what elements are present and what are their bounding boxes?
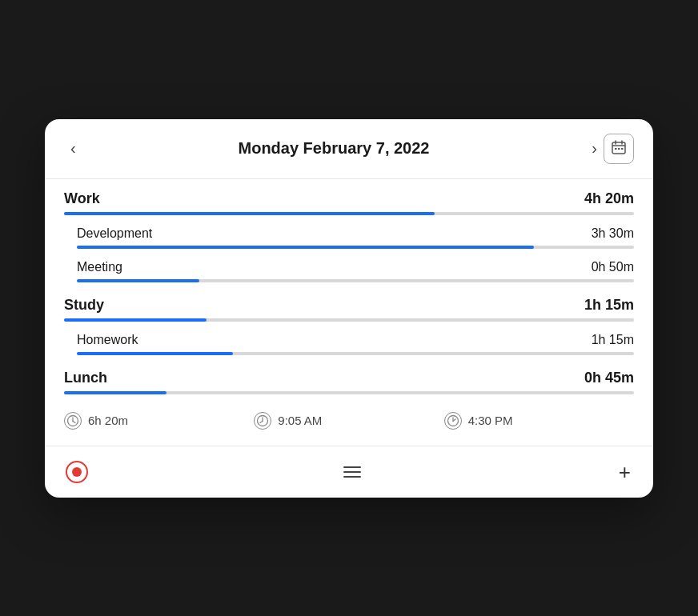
subitem-label-meeting: Meeting <box>77 260 122 274</box>
category-time-study: 1h 15m <box>584 297 634 314</box>
menu-line-1 <box>343 466 361 468</box>
subitem-label-development: Development <box>77 226 152 241</box>
subitem-time-homework: 1h 15m <box>592 333 634 347</box>
progress-bar-work <box>64 212 634 215</box>
category-row-study: Study 1h 15m <box>64 286 634 318</box>
subitem-row-meeting: Meeting 0h 50m <box>64 252 634 279</box>
progress-fill-study <box>64 318 207 322</box>
prev-button[interactable]: ‹ <box>64 136 82 161</box>
progress-fill-work <box>64 212 435 215</box>
subitem-row-development: Development 3h 30m <box>64 218 634 246</box>
progress-fill-development <box>77 246 534 249</box>
footer: + <box>45 446 653 498</box>
summary-end: 4:30 PM <box>444 412 634 430</box>
end-time-icon <box>444 412 462 430</box>
menu-lines <box>343 466 361 478</box>
category-label-lunch: Lunch <box>64 370 107 386</box>
menu-line-3 <box>343 476 361 478</box>
progress-bar-study <box>64 318 634 322</box>
category-time-work: 4h 20m <box>584 190 634 207</box>
record-button[interactable] <box>64 459 90 485</box>
progress-bar-homework <box>77 352 634 355</box>
summary-start: 9:05 AM <box>254 412 443 430</box>
progress-fill-homework <box>77 352 233 355</box>
progress-fill-meeting <box>77 279 199 282</box>
start-time-value: 9:05 AM <box>278 414 322 427</box>
content: Work 4h 20m Development 3h 30m Meeting 0… <box>45 179 653 446</box>
progress-fill-lunch <box>64 391 166 394</box>
progress-bar-lunch <box>64 391 634 394</box>
category-label-work: Work <box>64 190 100 207</box>
calendar-button[interactable] <box>604 134 634 164</box>
header: ‹ Monday February 7, 2022 › <box>45 119 653 179</box>
total-time-icon <box>64 412 82 430</box>
category-label-study: Study <box>64 297 104 314</box>
start-time-icon <box>254 412 271 430</box>
svg-rect-5 <box>618 148 620 150</box>
calendar-icon <box>611 139 627 155</box>
category-row-lunch: Lunch 0h 45m <box>64 358 634 391</box>
progress-bar-development <box>77 246 634 249</box>
record-dot <box>72 467 82 477</box>
subitem-label-homework: Homework <box>77 333 138 347</box>
menu-button[interactable] <box>340 463 364 481</box>
next-button[interactable]: › <box>585 136 604 161</box>
progress-bar-meeting <box>77 279 634 282</box>
category-time-lunch: 0h 45m <box>584 370 634 386</box>
svg-rect-6 <box>621 148 624 150</box>
subitem-row-homework: Homework 1h 15m <box>64 325 634 352</box>
header-title: Monday February 7, 2022 <box>82 139 586 158</box>
svg-line-12 <box>260 421 263 422</box>
end-time-value: 4:30 PM <box>468 414 513 427</box>
subitem-time-development: 3h 30m <box>592 226 634 241</box>
summary-row: 6h 20m 9:05 AM <box>64 398 634 446</box>
category-row-work: Work 4h 20m <box>64 179 634 212</box>
subitem-time-meeting: 0h 50m <box>592 260 634 274</box>
summary-total: 6h 20m <box>64 412 254 430</box>
total-time-value: 6h 20m <box>88 414 128 427</box>
main-widget: ‹ Monday February 7, 2022 › Work 4h 20m <box>45 119 653 498</box>
menu-line-2 <box>343 471 361 473</box>
svg-rect-4 <box>615 148 617 150</box>
add-button[interactable]: + <box>616 462 634 482</box>
record-icon <box>66 461 88 483</box>
svg-line-9 <box>73 421 75 422</box>
